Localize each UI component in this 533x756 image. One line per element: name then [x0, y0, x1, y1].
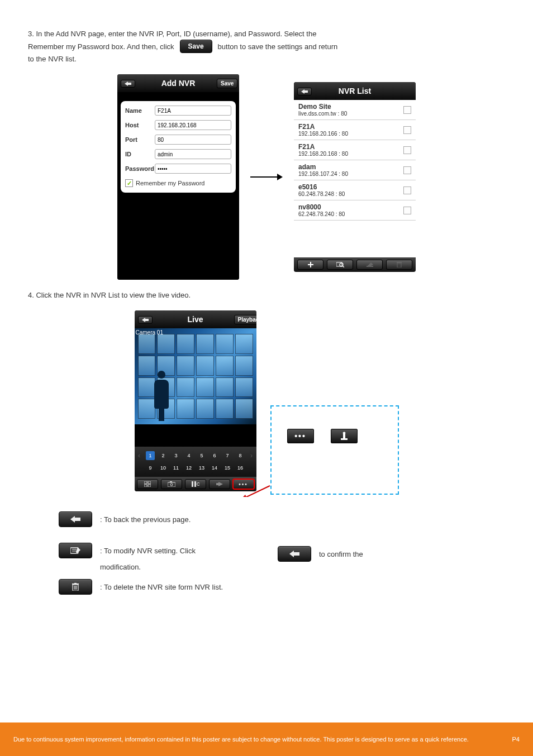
svg-rect-12	[397, 262, 402, 263]
svg-line-8	[342, 266, 344, 267]
svg-rect-40	[74, 583, 77, 584]
svg-line-25	[244, 486, 270, 497]
delete-description: : To delete the NVR site form NVR list.	[100, 583, 255, 591]
svg-rect-28	[341, 438, 348, 440]
back-icon[interactable]	[59, 511, 92, 527]
nvr-list-item[interactable]: Demo Sitelive.dss.com.tw : 80	[294, 100, 416, 120]
svg-rect-11	[397, 263, 401, 267]
port-label: Port	[125, 136, 155, 143]
name-field[interactable]	[155, 106, 231, 116]
channel-3-button[interactable]: 3	[172, 451, 180, 460]
channel-16-button[interactable]: 16	[236, 463, 245, 472]
remember-checkbox[interactable]: ✓	[125, 179, 133, 187]
save-button[interactable]: Save	[180, 40, 212, 53]
step3-line3: to the NVR list.	[28, 55, 505, 63]
header-save-button[interactable]: Save	[217, 79, 237, 88]
nvr-item-name: F21A	[298, 123, 348, 131]
svg-rect-22	[194, 481, 196, 487]
channel-7-button[interactable]: 7	[223, 451, 232, 460]
svg-marker-41	[289, 551, 299, 557]
channel-next-icon[interactable]: ›	[249, 452, 254, 460]
channel-11-button[interactable]: 11	[172, 463, 180, 472]
next-arrow-button[interactable]	[209, 479, 230, 489]
back-confirm-icon[interactable]	[278, 546, 311, 562]
step4-line: 4. Click the NVR in NVR List to view the…	[28, 291, 505, 299]
channel-prev-icon[interactable]: ‹	[136, 452, 142, 460]
playback-button[interactable]: Playback	[234, 315, 256, 324]
person-figure	[151, 371, 172, 421]
grid-view-button[interactable]	[137, 479, 158, 489]
nvr-item-host: 192.168.20.168 : 80	[298, 151, 348, 157]
delete-icon[interactable]	[59, 579, 92, 595]
camera-label: Camera 01	[136, 329, 163, 336]
edit-desc-line2: modification.	[100, 563, 141, 571]
add-nvr-title: Add NVR	[140, 79, 217, 88]
channel-6-button[interactable]: 6	[210, 451, 219, 460]
snapshot-button[interactable]	[161, 479, 182, 489]
live-screen: Live Playback Camera 01 ‹ 12345678 ›	[135, 310, 256, 491]
id-field[interactable]	[155, 149, 231, 159]
ptz-icon[interactable]	[331, 429, 358, 443]
nvr-list-item[interactable]: adam192.168.107.24 : 80	[294, 160, 416, 180]
search-button[interactable]	[327, 260, 353, 270]
nvr-item-name: adam	[298, 163, 348, 171]
svg-rect-16	[144, 485, 147, 487]
port-field[interactable]	[155, 135, 231, 145]
channel-10-button[interactable]: 10	[159, 463, 168, 472]
nvr-item-checkbox[interactable]	[403, 106, 411, 114]
nvr-item-host: 192.168.107.24 : 80	[298, 171, 348, 177]
back-arrow-icon[interactable]	[297, 88, 312, 95]
back-description: : To back the previous page.	[100, 515, 505, 524]
svg-point-19	[170, 484, 173, 486]
name-label: Name	[125, 107, 155, 114]
nvr-item-host: 192.168.20.166 : 80	[298, 131, 348, 137]
svg-rect-20	[170, 481, 172, 482]
step3-line2-suffix: button to save the settings and return	[218, 42, 338, 51]
pause-record-button[interactable]	[185, 479, 206, 489]
nvr-item-checkbox[interactable]	[403, 166, 411, 174]
channel-9-button[interactable]: 9	[146, 463, 155, 472]
channel-5-button[interactable]: 5	[197, 451, 206, 460]
edit-icon[interactable]	[59, 543, 92, 558]
svg-marker-29	[342, 432, 346, 433]
nvr-item-checkbox[interactable]	[403, 126, 411, 134]
edit-desc-prefix: : To modify NVR setting. Click	[100, 547, 196, 555]
nvr-list-item[interactable]: nv800062.248.78.240 : 80	[294, 200, 416, 221]
more-icon[interactable]: •••	[287, 429, 314, 443]
step3-line1: 3. In the Add NVR page, enter the NVR IP…	[28, 30, 505, 38]
live-title: Live	[157, 315, 234, 324]
back-arrow-icon[interactable]	[138, 316, 153, 324]
channel-1-button[interactable]: 1	[146, 451, 155, 460]
channel-2-button[interactable]: 2	[159, 451, 168, 460]
callout-arrow-icon	[239, 484, 272, 497]
arrow-right-icon	[250, 171, 283, 183]
id-label: ID	[125, 151, 155, 157]
edit-desc-mid: to confirm the	[319, 550, 505, 558]
nvr-list-screen: NVR List Demo Sitelive.dss.com.tw : 80F2…	[294, 82, 416, 272]
footer-text: Due to continuous system improvement, in…	[13, 736, 469, 743]
nvr-item-host: 62.248.78.240 : 80	[298, 211, 345, 217]
nvr-list-item[interactable]: e501660.248.78.248 : 80	[294, 180, 416, 200]
channel-12-button[interactable]: 12	[184, 463, 193, 472]
svg-marker-2	[277, 174, 283, 180]
channel-4-button[interactable]: 4	[184, 451, 193, 460]
svg-rect-15	[148, 481, 151, 484]
channel-8-button[interactable]: 8	[236, 451, 245, 460]
host-field[interactable]	[155, 120, 231, 130]
channel-13-button[interactable]: 13	[197, 463, 206, 472]
nvr-item-name: e5016	[298, 183, 345, 191]
svg-marker-3	[301, 89, 308, 94]
delete-button-disabled	[386, 260, 412, 270]
nvr-list-item[interactable]: F21A192.168.20.166 : 80	[294, 120, 416, 140]
nvr-item-checkbox[interactable]	[403, 207, 411, 214]
add-nvr-button[interactable]	[297, 260, 323, 270]
back-arrow-icon[interactable]	[121, 80, 135, 88]
nvr-list-item[interactable]: F21A192.168.20.168 : 80	[294, 140, 416, 160]
host-label: Host	[125, 122, 155, 128]
add-nvr-screen: Add NVR Save Name Host Port ID Password	[117, 74, 239, 280]
nvr-item-checkbox[interactable]	[403, 186, 411, 194]
channel-14-button[interactable]: 14	[210, 463, 219, 472]
password-field[interactable]	[155, 164, 231, 174]
nvr-item-checkbox[interactable]	[403, 146, 411, 154]
channel-15-button[interactable]: 15	[223, 463, 232, 472]
